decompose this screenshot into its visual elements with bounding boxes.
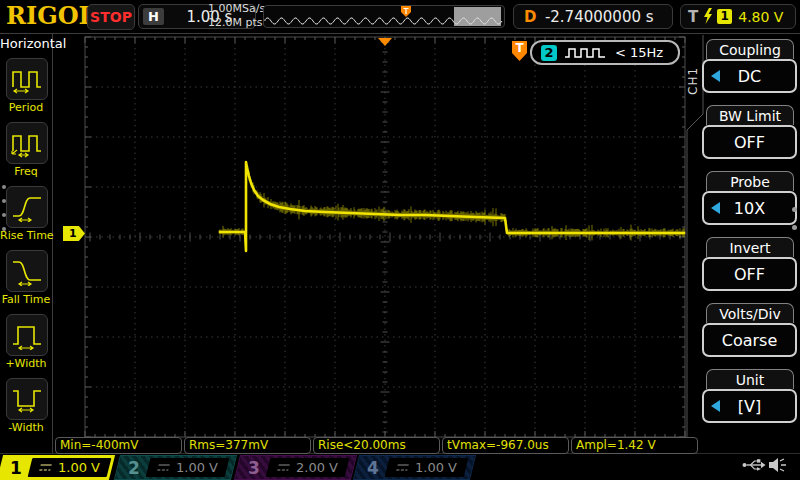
measurement-ampl[interactable]: Ampl=1.42 V [571, 437, 698, 454]
channel1-status[interactable]: 1 1.00 V [0, 455, 115, 480]
invert-label: Invert [706, 237, 794, 257]
unit-button[interactable]: [V] [702, 389, 797, 423]
channel-menu-tab: CH1 [686, 58, 702, 104]
measurement-min[interactable]: Min=-400mV [55, 437, 182, 454]
dc-coupling-icon [276, 463, 291, 472]
channel1-number: 1 [10, 458, 22, 478]
dc-coupling-icon [38, 463, 53, 472]
probe-value: 10X [734, 199, 765, 218]
bw-limit-label: BW Limit [706, 105, 794, 125]
measurement-tvmax[interactable]: tVmax=-967.0us [442, 437, 569, 454]
square-wave-icon [564, 46, 608, 59]
volts-div-value: Coarse [722, 331, 778, 350]
probe-button[interactable]: 10X [702, 191, 797, 225]
channel1-scale: 1.00 V [58, 460, 100, 475]
channel2-scale: 1.00 V [176, 460, 218, 475]
chevron-left-icon [711, 202, 720, 214]
measurement-rms[interactable]: Rms=377mV [184, 437, 311, 454]
trigger-freq-text: < 15Hz [615, 45, 663, 60]
coupling-button[interactable]: DC [702, 59, 797, 93]
channel3-status[interactable]: 3 2.00 V [234, 455, 357, 480]
probe-label: Probe [706, 171, 794, 191]
volts-div-label: Volts/Div [706, 303, 794, 323]
trigger-channel-badge: 2 [541, 45, 557, 61]
channel4-scale: 1.00 V [415, 460, 457, 475]
coupling-label: Coupling [706, 39, 794, 59]
speaker-icon [768, 457, 787, 473]
coupling-value: DC [738, 67, 762, 86]
invert-value: OFF [734, 265, 765, 284]
channel3-scale: 2.00 V [296, 460, 338, 475]
measurement-rise[interactable]: Rise<20.00ms [313, 437, 440, 454]
usb-icon [742, 457, 766, 473]
right-menu-page-dot [792, 207, 797, 212]
channel4-number: 4 [367, 458, 379, 478]
channel2-status[interactable]: 2 1.00 V [114, 455, 237, 480]
chevron-left-icon [711, 400, 720, 412]
bw-limit-button[interactable]: OFF [702, 125, 797, 159]
volts-div-button[interactable]: Coarse [702, 323, 797, 357]
unit-label: Unit [706, 369, 794, 389]
invert-button[interactable]: OFF [702, 257, 797, 291]
oscilloscope-screen: RIGOL STOP H 1.00 s 1.00MSa/s 12.0M pts … [0, 0, 800, 480]
dc-coupling-icon [395, 463, 410, 472]
right-menu-page-dot [792, 225, 797, 230]
dc-coupling-icon [156, 463, 171, 472]
trigger-info-popup: 2 < 15Hz [530, 40, 680, 65]
chevron-left-icon [711, 70, 720, 82]
unit-value: [V] [738, 397, 761, 416]
channel4-status[interactable]: 4 1.00 V [353, 455, 476, 480]
channel2-number: 2 [128, 458, 140, 478]
waveform-display [0, 0, 800, 480]
bw-limit-value: OFF [734, 133, 765, 152]
channel3-number: 3 [248, 458, 260, 478]
